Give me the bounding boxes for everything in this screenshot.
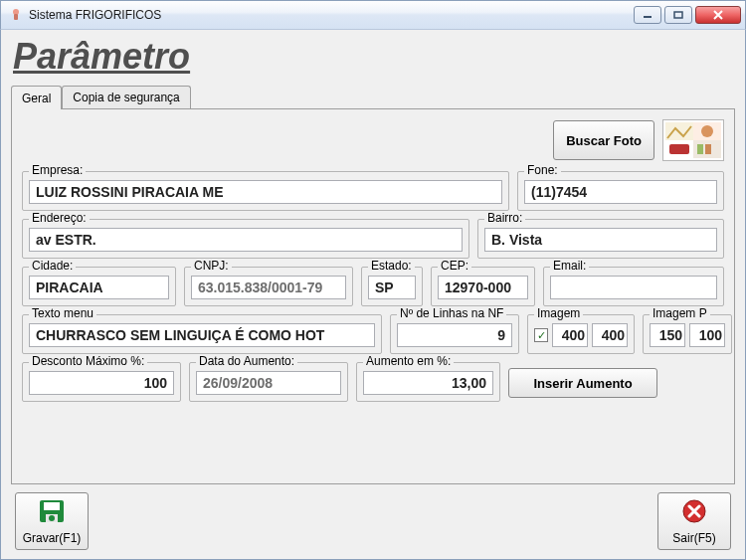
desconto-max-input[interactable]	[29, 371, 174, 395]
svg-rect-8	[669, 144, 689, 154]
cnpj-input[interactable]	[191, 276, 346, 299]
svg-rect-10	[697, 144, 703, 154]
label-empresa: Empresa:	[29, 163, 86, 177]
imagem-checkbox[interactable]: ✓	[534, 328, 548, 342]
footer-toolbar: Gravar(F1) Sair(F5)	[11, 484, 735, 550]
tabstrip: Geral Copia de segurança	[11, 84, 735, 108]
imagem-w-input[interactable]	[552, 323, 588, 347]
label-texto-menu: Texto menu	[29, 306, 96, 320]
window-title: Sistema FRIGORIFICOS	[29, 8, 631, 22]
label-cidade: Cidade:	[29, 259, 76, 273]
label-cnpj: CNPJ:	[191, 259, 232, 273]
svg-rect-11	[705, 144, 711, 154]
label-bairro: Bairro:	[484, 211, 525, 225]
cep-input[interactable]	[438, 276, 528, 299]
svg-rect-3	[674, 12, 682, 18]
sair-button[interactable]: Sair(F5)	[657, 492, 731, 550]
label-cep: CEP:	[438, 259, 471, 273]
imagem-p-h-input[interactable]	[689, 323, 725, 347]
minimize-button[interactable]	[634, 6, 661, 24]
svg-rect-2	[644, 16, 652, 18]
gravar-button[interactable]: Gravar(F1)	[15, 492, 89, 550]
label-imagem-p: Imagem P	[650, 306, 710, 320]
label-imagem: Imagem	[534, 306, 583, 320]
tab-panel-geral: Buscar Foto Empresa: Fone:	[11, 108, 735, 484]
close-button[interactable]	[695, 6, 741, 24]
label-fone: Fone:	[524, 163, 561, 177]
email-input[interactable]	[550, 276, 717, 299]
empresa-input[interactable]	[29, 180, 502, 204]
data-aumento-input[interactable]	[196, 371, 341, 395]
num-linhas-nf-input[interactable]	[397, 323, 512, 347]
window-titlebar: Sistema FRIGORIFICOS	[0, 0, 746, 30]
estado-input[interactable]	[368, 276, 416, 299]
svg-point-6	[701, 125, 713, 137]
tab-geral[interactable]: Geral	[11, 86, 62, 109]
svg-rect-13	[44, 502, 60, 510]
imagem-h-input[interactable]	[592, 323, 628, 347]
photo-thumbnail[interactable]	[662, 119, 724, 161]
buscar-foto-button[interactable]: Buscar Foto	[553, 120, 654, 160]
imagem-p-w-input[interactable]	[650, 323, 685, 347]
svg-rect-1	[14, 14, 18, 20]
label-aumento-pct: Aumento em %:	[363, 354, 454, 368]
aumento-pct-input[interactable]	[363, 371, 493, 395]
inserir-aumento-button[interactable]: Inserir Aumento	[508, 368, 657, 398]
close-icon	[681, 498, 707, 527]
label-desconto-max: Desconto Máximo %:	[29, 354, 147, 368]
bairro-input[interactable]	[484, 228, 717, 252]
app-icon	[9, 8, 23, 22]
sair-label: Sair(F5)	[672, 531, 715, 545]
maximize-button[interactable]	[664, 6, 692, 24]
fone-input[interactable]	[524, 180, 717, 204]
label-data-aumento: Data do Aumento:	[196, 354, 297, 368]
label-endereco: Endereço:	[29, 211, 90, 225]
svg-point-15	[49, 515, 55, 521]
client-area: Parâmetro Geral Copia de segurança Busca…	[0, 30, 746, 560]
texto-menu-input[interactable]	[29, 323, 375, 347]
save-icon	[38, 498, 66, 527]
label-email: Email:	[550, 259, 589, 273]
label-estado: Estado:	[368, 259, 415, 273]
cidade-input[interactable]	[29, 276, 169, 299]
gravar-label: Gravar(F1)	[23, 531, 82, 545]
label-num-linhas-nf: Nº de Linhas na NF	[397, 306, 506, 320]
endereco-input[interactable]	[29, 228, 463, 252]
tab-copia-seguranca[interactable]: Copia de segurança	[62, 86, 190, 108]
page-title: Parâmetro	[11, 34, 735, 84]
